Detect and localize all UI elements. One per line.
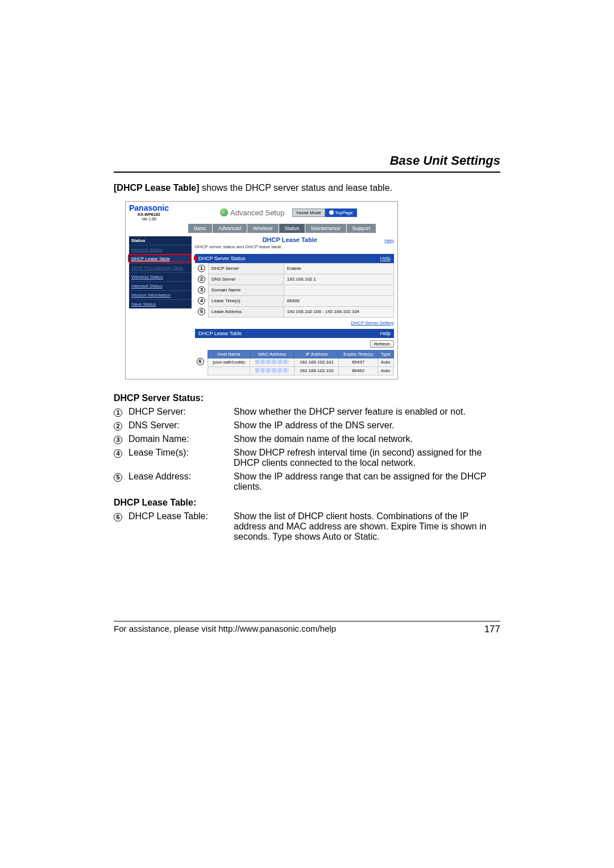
th-mac: MAC Address bbox=[250, 350, 294, 358]
cell-type: Auto bbox=[377, 366, 393, 375]
tab-status[interactable]: Status bbox=[279, 224, 305, 233]
cell-expire: 65437 bbox=[339, 358, 377, 366]
panel-title: DHCP Lease Table bbox=[263, 236, 317, 243]
nav-tabs: Basic Advanced Wireless Status Maintenan… bbox=[126, 224, 397, 233]
help-link-status[interactable]: Help bbox=[380, 256, 391, 261]
panel-subtitle: DHCP server status and DHCP lease table. bbox=[195, 244, 394, 249]
desc-text-6: Show the list of DHCP client hosts. Comb… bbox=[234, 511, 500, 542]
status-row: 1DHCP ServerEnable bbox=[195, 263, 394, 274]
cell-mac bbox=[250, 358, 294, 366]
desc-text-5: Show the IP address range that can be as… bbox=[234, 471, 500, 492]
mode-left-label: Home Mode bbox=[292, 208, 325, 217]
lease-row: your-xath1vokto 192.168.102.101 65437 Au… bbox=[208, 358, 394, 366]
cell-host bbox=[208, 366, 250, 375]
intro-text: [DHCP Lease Table] shows the DHCP server… bbox=[114, 183, 500, 193]
status-row: 3Domain Name bbox=[195, 285, 394, 295]
sidebar-item-save-status[interactable]: Save Status bbox=[129, 299, 192, 308]
mode-right-button[interactable]: TopPage bbox=[325, 208, 357, 217]
help-link-lease[interactable]: Help bbox=[380, 331, 391, 336]
intro-bold: [DHCP Lease Table] bbox=[114, 183, 200, 193]
redacted-mac-icon bbox=[255, 360, 289, 364]
desc-num-2: 2 bbox=[114, 422, 122, 431]
desc-num-5: 5 bbox=[114, 473, 122, 482]
lease-table-bar: DHCP Lease Table Help bbox=[195, 329, 394, 338]
desc-label-2: DNS Server: bbox=[128, 420, 234, 431]
sidebar: Status Network Status DHCP Lease Table U… bbox=[129, 236, 192, 375]
gear-icon bbox=[220, 208, 228, 216]
setup-title: Advanced Setup bbox=[220, 208, 284, 217]
tab-wireless[interactable]: Wireless bbox=[247, 224, 279, 233]
tab-basic[interactable]: Basic bbox=[188, 224, 212, 233]
cell-expire: 86462 bbox=[339, 366, 377, 375]
server-status-bar-label: DHCP Server Status bbox=[198, 256, 245, 261]
sidebar-item-upnp[interactable]: UPnP Port Mapping Table bbox=[129, 263, 192, 272]
dhcp-server-setting-link[interactable]: DHCP Server Setting bbox=[351, 320, 394, 326]
desc-label-4: Lease Time(s): bbox=[128, 448, 234, 468]
status-row: 5Lease Address192.168.102.100 - 192.168.… bbox=[195, 306, 394, 317]
tab-support[interactable]: Support bbox=[347, 224, 376, 233]
desc-text-1: Show whether the DHCP server feature is … bbox=[234, 407, 500, 417]
value-domain-name bbox=[284, 285, 393, 295]
redacted-mac-icon bbox=[255, 368, 289, 373]
value-dhcp-server: Enable bbox=[284, 263, 393, 274]
value-dns-server: 192.168.102.1 bbox=[284, 274, 393, 285]
refresh-button[interactable]: Refresh bbox=[370, 340, 394, 348]
model-label: KX-WPA102 bbox=[129, 212, 169, 217]
home-icon bbox=[329, 210, 334, 215]
sidebar-item-version-info[interactable]: Version Information bbox=[129, 290, 192, 299]
th-type: Type bbox=[377, 350, 393, 358]
lease-table: Host Name MAC Address IP Address Expire … bbox=[208, 350, 394, 375]
label-domain-name: Domain Name bbox=[209, 285, 284, 295]
cell-ip: 192.168.102.101 bbox=[294, 358, 339, 366]
desc-label-6: DHCP Lease Table: bbox=[128, 511, 234, 542]
highlight-arrow-icon bbox=[194, 255, 198, 261]
cell-host: your-xath1vokto bbox=[208, 358, 250, 366]
cell-type: Auto bbox=[377, 358, 393, 366]
help-link-top[interactable]: Help bbox=[385, 238, 394, 243]
desc-heading-status: DHCP Server Status: bbox=[114, 393, 500, 403]
callout-2: 2 bbox=[198, 276, 205, 283]
page-footer: For assistance, please visit http://www.… bbox=[114, 621, 500, 635]
tab-maintenance[interactable]: Maintenance bbox=[305, 224, 346, 233]
value-lease-time: 86400 bbox=[284, 295, 393, 306]
callout-6: 6 bbox=[197, 358, 204, 365]
brand-logo: Panasonic bbox=[129, 204, 169, 212]
sidebar-item-dhcp-lease-table[interactable]: DHCP Lease Table bbox=[129, 254, 192, 263]
th-expire: Expire Time(s) bbox=[339, 350, 377, 358]
desc-heading-lease: DHCP Lease Table: bbox=[114, 498, 500, 508]
th-hostname: Host Name bbox=[208, 350, 250, 358]
status-row: 2DNS Server192.168.102.1 bbox=[195, 274, 394, 285]
desc-text-3: Show the domain name of the local networ… bbox=[234, 434, 500, 444]
desc-num-6: 6 bbox=[114, 513, 122, 521]
callout-5: 5 bbox=[198, 308, 205, 315]
mode-toggle[interactable]: Home Mode TopPage bbox=[292, 208, 356, 217]
callout-1: 1 bbox=[198, 265, 205, 272]
sidebar-item-wireless-status[interactable]: Wireless Status bbox=[129, 272, 192, 281]
lease-table-bar-label: DHCP Lease Table bbox=[198, 331, 242, 336]
page-number: 177 bbox=[484, 624, 500, 635]
sidebar-item-handset-status[interactable]: Handset Status bbox=[129, 281, 192, 290]
main-column: DHCP Lease Table Help DHCP server status… bbox=[195, 236, 394, 375]
footer-assist-text: For assistance, please visit http://www.… bbox=[114, 624, 336, 635]
version-label: Ver.1.00 bbox=[129, 217, 169, 222]
value-lease-address: 192.168.102.100 - 192.168.102.104 bbox=[284, 306, 393, 317]
cell-mac bbox=[250, 366, 294, 375]
sidebar-title: Status bbox=[129, 236, 192, 245]
server-status-bar: DHCP Server Status Help bbox=[195, 254, 394, 263]
sidebar-item-network-status[interactable]: Network Status bbox=[129, 245, 192, 254]
router-admin-screenshot: Panasonic KX-WPA102 Ver.1.00 Advanced Se… bbox=[125, 201, 398, 379]
cell-ip: 192.168.102.102 bbox=[294, 366, 339, 375]
desc-num-1: 1 bbox=[114, 408, 122, 417]
status-row: 4Lease Time(s)86400 bbox=[195, 295, 394, 306]
desc-label-5: Lease Address: bbox=[128, 471, 234, 492]
desc-num-4: 4 bbox=[114, 449, 122, 458]
desc-label-1: DHCP Server: bbox=[128, 407, 234, 417]
tab-advanced[interactable]: Advanced bbox=[213, 224, 247, 233]
setup-label: Advanced Setup bbox=[230, 208, 284, 217]
label-lease-time: Lease Time(s) bbox=[209, 295, 284, 306]
desc-num-3: 3 bbox=[114, 436, 122, 444]
intro-rest: shows the DHCP server status and lease t… bbox=[200, 183, 392, 193]
label-dhcp-server: DHCP Server bbox=[209, 263, 284, 274]
desc-text-4: Show DHCP refresh interval time (in seco… bbox=[234, 448, 500, 468]
label-lease-address: Lease Address bbox=[209, 306, 284, 317]
